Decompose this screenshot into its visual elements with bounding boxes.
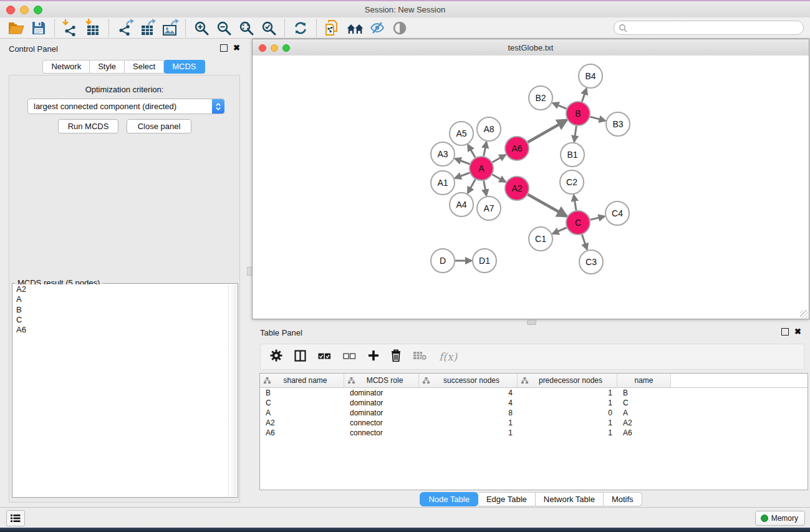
node-label-A2: A2 [511,183,522,193]
home-icon [347,22,364,34]
export-image-button[interactable] [158,19,181,37]
open-session-button[interactable] [5,19,27,37]
close-panel-icon[interactable]: ✖ [794,328,801,336]
mcds-result-list[interactable]: A2ABCA6 [13,284,237,496]
criterion-select[interactable]: largest connected component (directed) [27,99,224,114]
search-box[interactable] [614,21,804,35]
delete-button[interactable] [391,349,401,364]
edge-A-A4[interactable] [468,180,475,193]
deselect-all-button[interactable] [343,351,356,362]
search-input[interactable] [627,22,803,34]
window-titlebar[interactable]: Session: New Session [0,0,810,18]
column-header-MCDS-role[interactable]: MCDS role [344,374,419,387]
memory-button[interactable]: Memory [755,511,805,526]
scrollbar-track[interactable] [228,284,237,496]
mcds-result-item[interactable]: A [13,294,237,304]
tab-select[interactable]: Select [125,60,164,74]
application-window: Session: New Session [0,0,810,532]
network-canvas[interactable]: AA1A2A3A4A5A6A7A8BB1B2B3B4CC1C2C3C4DD1 [253,56,809,319]
network-window-titlebar[interactable]: testGlobe.txt [253,39,809,56]
zoom-in-button[interactable] [190,19,213,37]
tab-node-table[interactable]: Node Table [420,492,478,506]
tab-motifs[interactable]: Motifs [604,492,642,506]
function-builder-button[interactable]: f(x) [439,351,457,363]
zoom-fit-button[interactable] [235,19,258,37]
export-table-button[interactable] [136,19,158,37]
refresh-button[interactable] [289,19,312,37]
edge-B-B2[interactable] [552,103,566,109]
edge-B-B1[interactable] [574,126,577,142]
table-cell: 1 [419,428,518,437]
node-label-B: B [575,109,581,118]
edge-A-A6[interactable] [492,155,505,162]
edge-A-A5[interactable] [468,145,475,157]
duplicate-network-button[interactable] [321,19,344,37]
home-button[interactable] [344,19,366,37]
close-panel-button[interactable]: Close panel [127,119,191,133]
table-row[interactable]: Bdominator41B [260,388,808,398]
network-view-window: testGlobe.txt AA1A2A3A4A5A6A7A8BB1B2B3B4… [252,39,809,319]
edge-B-B3[interactable] [590,117,605,121]
status-bar: Memory [0,507,810,528]
column-layout-button[interactable] [294,350,306,364]
zoom-selected-button[interactable] [258,19,280,37]
close-panel-icon[interactable]: ✖ [233,44,240,52]
edge-C-C3[interactable] [582,235,587,249]
tab-style[interactable]: Style [90,60,125,74]
column-header-successor-nodes[interactable]: successor nodes [419,374,518,387]
mcds-result-item[interactable]: C [13,315,237,325]
edge-A2-C[interactable] [528,195,566,216]
column-header-name[interactable]: name [617,374,671,387]
node-label-A3: A3 [437,149,448,159]
export-network-button[interactable] [113,19,136,37]
import-table-button[interactable] [82,19,104,37]
float-panel-icon[interactable] [781,328,789,336]
edge-A-A1[interactable] [455,173,470,178]
edge-B-B4[interactable] [582,89,586,102]
mcds-result-item[interactable]: A6 [13,325,237,335]
edge-C-C2[interactable] [574,195,576,210]
edge-C-C1[interactable] [552,228,566,234]
mcds-result-item[interactable]: A2 [13,284,237,294]
node-label-D1: D1 [479,256,490,266]
float-panel-icon[interactable] [220,44,228,52]
edge-A-A3[interactable] [455,158,470,164]
import-network-button[interactable] [59,19,82,37]
zoom-out-button[interactable] [213,19,235,37]
table-row[interactable]: A2connector11A2 [260,418,808,428]
toolbar-separator [185,19,186,37]
edge-A-A7[interactable] [484,181,486,196]
hide-panels-button[interactable] [366,19,388,37]
task-history-button[interactable] [6,510,25,526]
run-mcds-button[interactable]: Run MCDS [58,119,118,133]
delete-table-button[interactable] [413,351,427,363]
tab-network-table[interactable]: Network Table [536,492,604,506]
table-cell: connector [344,428,419,437]
select-all-button[interactable] [318,351,331,362]
column-header-shared-name[interactable]: shared name [260,374,344,387]
add-column-button[interactable] [368,350,379,364]
node-label-C1: C1 [535,234,546,244]
node-label-B4: B4 [585,71,595,81]
delete-table-icon [413,351,427,360]
show-panels-button[interactable] [388,19,411,37]
edge-A-A8[interactable] [484,142,486,157]
edge-A-A2[interactable] [492,175,505,182]
image-icon [163,25,176,36]
column-header-predecessor-nodes[interactable]: predecessor nodes [518,374,617,387]
edge-C-C4[interactable] [591,216,605,220]
table-row[interactable]: Adominator80A [260,408,808,418]
tab-mcds[interactable]: MCDS [164,60,205,74]
eye-icon [393,21,407,35]
save-session-button[interactable] [27,19,50,37]
tab-edge-table[interactable]: Edge Table [478,492,536,506]
table-row[interactable]: A6connector11A6 [260,428,808,438]
table-row[interactable]: Cdominator41C [260,398,808,408]
tab-network[interactable]: Network [42,60,90,74]
settings-button[interactable] [270,349,282,364]
node-label-A1: A1 [437,178,448,188]
edge-A6-B[interactable] [528,120,566,142]
mcds-result-item[interactable]: B [13,305,237,315]
resize-grip-icon[interactable] [800,310,808,318]
duplicate-network-icon [325,20,339,36]
